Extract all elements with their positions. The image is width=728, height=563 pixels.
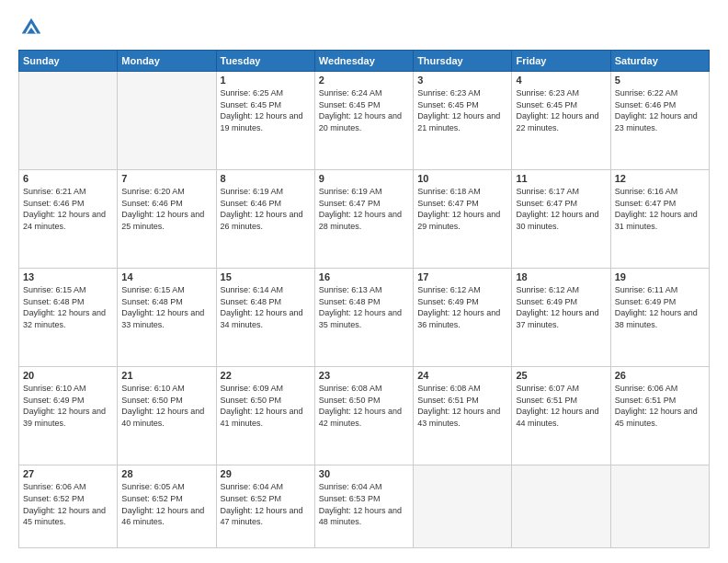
day-info: Sunrise: 6:13 AM Sunset: 6:48 PM Dayligh… [319, 284, 409, 330]
day-info: Sunrise: 6:23 AM Sunset: 6:45 PM Dayligh… [516, 87, 606, 133]
day-info: Sunrise: 6:20 AM Sunset: 6:46 PM Dayligh… [121, 186, 211, 232]
day-info: Sunrise: 6:11 AM Sunset: 6:49 PM Dayligh… [615, 284, 705, 330]
day-number: 30 [319, 468, 409, 479]
day-number: 21 [121, 370, 211, 381]
calendar-cell: 12Sunrise: 6:16 AM Sunset: 6:47 PM Dayli… [610, 170, 709, 269]
calendar-header-saturday: Saturday [610, 51, 709, 72]
day-number: 1 [221, 75, 311, 86]
day-number: 28 [121, 468, 211, 479]
day-number: 7 [121, 173, 211, 184]
calendar-cell: 26Sunrise: 6:06 AM Sunset: 6:51 PM Dayli… [610, 367, 709, 465]
calendar-week-1: 6Sunrise: 6:21 AM Sunset: 6:46 PM Daylig… [19, 170, 710, 269]
day-info: Sunrise: 6:10 AM Sunset: 6:49 PM Dayligh… [23, 383, 113, 429]
day-info: Sunrise: 6:24 AM Sunset: 6:45 PM Dayligh… [319, 87, 409, 133]
calendar-header-row: SundayMondayTuesdayWednesdayThursdayFrid… [19, 51, 710, 72]
calendar-header-wednesday: Wednesday [314, 51, 413, 72]
calendar-cell: 11Sunrise: 6:17 AM Sunset: 6:47 PM Dayli… [512, 170, 610, 269]
day-number: 8 [221, 173, 311, 184]
day-number: 12 [615, 173, 705, 184]
calendar-cell: 25Sunrise: 6:07 AM Sunset: 6:51 PM Dayli… [512, 367, 610, 465]
calendar-cell: 29Sunrise: 6:04 AM Sunset: 6:52 PM Dayli… [216, 465, 314, 548]
calendar-cell [19, 72, 118, 170]
calendar-cell: 20Sunrise: 6:10 AM Sunset: 6:49 PM Dayli… [19, 367, 118, 465]
calendar-cell: 21Sunrise: 6:10 AM Sunset: 6:50 PM Dayli… [118, 367, 216, 465]
day-info: Sunrise: 6:08 AM Sunset: 6:50 PM Dayligh… [319, 383, 409, 429]
logo [18, 15, 48, 40]
calendar: SundayMondayTuesdayWednesdayThursdayFrid… [18, 50, 710, 548]
logo-icon [18, 15, 44, 40]
calendar-cell: 15Sunrise: 6:14 AM Sunset: 6:48 PM Dayli… [216, 269, 314, 367]
day-number: 5 [615, 75, 705, 86]
header [18, 15, 710, 40]
day-number: 2 [319, 75, 409, 86]
calendar-cell: 7Sunrise: 6:20 AM Sunset: 6:46 PM Daylig… [118, 170, 216, 269]
calendar-cell: 5Sunrise: 6:22 AM Sunset: 6:46 PM Daylig… [610, 72, 709, 170]
calendar-cell: 2Sunrise: 6:24 AM Sunset: 6:45 PM Daylig… [314, 72, 413, 170]
day-info: Sunrise: 6:25 AM Sunset: 6:45 PM Dayligh… [221, 87, 311, 133]
calendar-cell: 24Sunrise: 6:08 AM Sunset: 6:51 PM Dayli… [414, 367, 512, 465]
day-info: Sunrise: 6:19 AM Sunset: 6:46 PM Dayligh… [221, 186, 311, 232]
day-info: Sunrise: 6:08 AM Sunset: 6:51 PM Dayligh… [417, 383, 507, 429]
calendar-cell: 9Sunrise: 6:19 AM Sunset: 6:47 PM Daylig… [314, 170, 413, 269]
day-info: Sunrise: 6:18 AM Sunset: 6:47 PM Dayligh… [417, 186, 507, 232]
calendar-cell [414, 465, 512, 548]
day-info: Sunrise: 6:19 AM Sunset: 6:47 PM Dayligh… [319, 186, 409, 232]
day-number: 20 [23, 370, 113, 381]
calendar-header-friday: Friday [512, 51, 610, 72]
calendar-week-3: 20Sunrise: 6:10 AM Sunset: 6:49 PM Dayli… [19, 367, 710, 465]
day-info: Sunrise: 6:12 AM Sunset: 6:49 PM Dayligh… [417, 284, 507, 330]
calendar-week-0: 1Sunrise: 6:25 AM Sunset: 6:45 PM Daylig… [19, 72, 710, 170]
day-number: 24 [417, 370, 507, 381]
day-number: 22 [221, 370, 311, 381]
calendar-cell: 17Sunrise: 6:12 AM Sunset: 6:49 PM Dayli… [414, 269, 512, 367]
calendar-cell: 3Sunrise: 6:23 AM Sunset: 6:45 PM Daylig… [414, 72, 512, 170]
day-info: Sunrise: 6:17 AM Sunset: 6:47 PM Dayligh… [516, 186, 606, 232]
calendar-header-monday: Monday [118, 51, 216, 72]
day-info: Sunrise: 6:14 AM Sunset: 6:48 PM Dayligh… [221, 284, 311, 330]
page: SundayMondayTuesdayWednesdayThursdayFrid… [0, 0, 728, 563]
day-info: Sunrise: 6:06 AM Sunset: 6:52 PM Dayligh… [23, 481, 113, 527]
day-info: Sunrise: 6:21 AM Sunset: 6:46 PM Dayligh… [23, 186, 113, 232]
day-info: Sunrise: 6:22 AM Sunset: 6:46 PM Dayligh… [615, 87, 705, 133]
day-info: Sunrise: 6:15 AM Sunset: 6:48 PM Dayligh… [121, 284, 211, 330]
day-number: 14 [121, 271, 211, 282]
calendar-cell [610, 465, 709, 548]
day-number: 15 [221, 271, 311, 282]
day-number: 23 [319, 370, 409, 381]
day-info: Sunrise: 6:06 AM Sunset: 6:51 PM Dayligh… [615, 383, 705, 429]
calendar-cell [118, 72, 216, 170]
calendar-cell: 8Sunrise: 6:19 AM Sunset: 6:46 PM Daylig… [216, 170, 314, 269]
day-number: 25 [516, 370, 606, 381]
calendar-header-tuesday: Tuesday [216, 51, 314, 72]
day-info: Sunrise: 6:12 AM Sunset: 6:49 PM Dayligh… [516, 284, 606, 330]
calendar-cell: 19Sunrise: 6:11 AM Sunset: 6:49 PM Dayli… [610, 269, 709, 367]
day-number: 9 [319, 173, 409, 184]
calendar-cell [512, 465, 610, 548]
calendar-header-thursday: Thursday [414, 51, 512, 72]
day-number: 3 [417, 75, 507, 86]
calendar-cell: 1Sunrise: 6:25 AM Sunset: 6:45 PM Daylig… [216, 72, 314, 170]
calendar-week-4: 27Sunrise: 6:06 AM Sunset: 6:52 PM Dayli… [19, 465, 710, 548]
day-number: 27 [23, 468, 113, 479]
day-number: 18 [516, 271, 606, 282]
day-number: 29 [221, 468, 311, 479]
calendar-cell: 4Sunrise: 6:23 AM Sunset: 6:45 PM Daylig… [512, 72, 610, 170]
day-number: 16 [319, 271, 409, 282]
day-number: 11 [516, 173, 606, 184]
day-info: Sunrise: 6:04 AM Sunset: 6:52 PM Dayligh… [221, 481, 311, 527]
day-number: 26 [615, 370, 705, 381]
day-info: Sunrise: 6:15 AM Sunset: 6:48 PM Dayligh… [23, 284, 113, 330]
calendar-cell: 10Sunrise: 6:18 AM Sunset: 6:47 PM Dayli… [414, 170, 512, 269]
calendar-cell: 13Sunrise: 6:15 AM Sunset: 6:48 PM Dayli… [19, 269, 118, 367]
day-number: 17 [417, 271, 507, 282]
day-number: 19 [615, 271, 705, 282]
day-info: Sunrise: 6:07 AM Sunset: 6:51 PM Dayligh… [516, 383, 606, 429]
day-info: Sunrise: 6:16 AM Sunset: 6:47 PM Dayligh… [615, 186, 705, 232]
calendar-header-sunday: Sunday [19, 51, 118, 72]
day-number: 10 [417, 173, 507, 184]
calendar-cell: 27Sunrise: 6:06 AM Sunset: 6:52 PM Dayli… [19, 465, 118, 548]
day-number: 13 [23, 271, 113, 282]
day-info: Sunrise: 6:04 AM Sunset: 6:53 PM Dayligh… [319, 481, 409, 527]
calendar-cell: 6Sunrise: 6:21 AM Sunset: 6:46 PM Daylig… [19, 170, 118, 269]
day-info: Sunrise: 6:05 AM Sunset: 6:52 PM Dayligh… [121, 481, 211, 527]
